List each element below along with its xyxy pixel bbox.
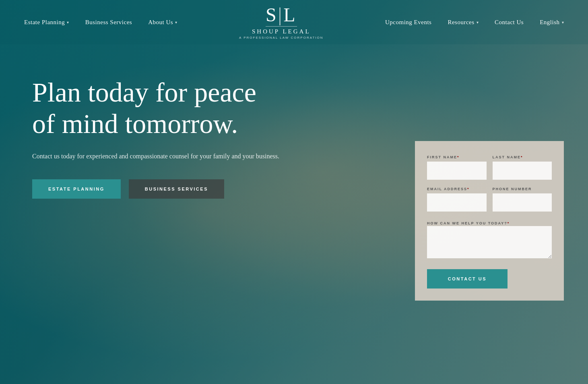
nav-left: Estate Planning ▾ Business Services Abou… — [24, 19, 177, 26]
last-name-label: LAST NAME* — [493, 155, 552, 159]
business-services-button[interactable]: BUSINESS SERVICES — [129, 179, 224, 199]
first-name-input[interactable] — [427, 162, 487, 180]
message-label: HOW CAN WE HELP YOU TODAY?* — [427, 221, 510, 225]
hero-subtext: Contact us today for experienced and com… — [32, 152, 282, 161]
last-name-input[interactable] — [493, 162, 552, 180]
message-textarea[interactable] — [427, 226, 552, 258]
required-marker: * — [521, 155, 523, 159]
form-group-message: HOW CAN WE HELP YOU TODAY?* — [427, 219, 552, 260]
contact-form: FIRST NAME* LAST NAME* EMAIL ADDRESS* — [427, 155, 552, 289]
phone-input[interactable] — [493, 193, 552, 212]
site-logo[interactable]: S|L SHOUP LEGAL A PROFESSIONAL LAW CORPO… — [239, 5, 324, 39]
form-group-last-name: LAST NAME* — [493, 155, 552, 180]
navbar: Estate Planning ▾ Business Services Abou… — [0, 0, 588, 44]
logo-monogram: S|L — [266, 5, 297, 27]
contact-submit-button[interactable]: CONTACT US — [427, 269, 508, 289]
nav-item-estate-planning[interactable]: Estate Planning ▾ — [24, 19, 69, 26]
phone-label: PHONE NUMBER — [493, 187, 552, 191]
nav-right: Upcoming Events Resources ▾ Contact Us E… — [385, 19, 564, 26]
form-row-contact: EMAIL ADDRESS* PHONE NUMBER — [427, 187, 552, 212]
chevron-down-icon: ▾ — [175, 20, 177, 25]
email-input[interactable] — [427, 193, 487, 212]
chevron-down-icon: ▾ — [67, 20, 69, 25]
contact-form-panel: FIRST NAME* LAST NAME* EMAIL ADDRESS* — [415, 141, 564, 301]
form-group-phone: PHONE NUMBER — [493, 187, 552, 212]
hero-headline: Plan today for peace of mind tomorrow. — [32, 77, 282, 139]
email-label: EMAIL ADDRESS* — [427, 187, 487, 191]
form-row-name: FIRST NAME* LAST NAME* — [427, 155, 552, 180]
estate-planning-button[interactable]: ESTATE PLANNING — [32, 179, 121, 199]
required-marker: * — [467, 187, 470, 191]
nav-item-about-us[interactable]: About Us ▾ — [148, 19, 177, 26]
chevron-down-icon: ▾ — [477, 20, 479, 25]
first-name-label: FIRST NAME* — [427, 155, 487, 159]
form-group-first-name: FIRST NAME* — [427, 155, 487, 180]
form-group-email: EMAIL ADDRESS* — [427, 187, 487, 212]
required-marker: * — [457, 155, 460, 159]
nav-item-language[interactable]: English ▾ — [540, 19, 564, 26]
nav-item-contact-us[interactable]: Contact Us — [495, 19, 524, 26]
nav-item-resources[interactable]: Resources ▾ — [448, 19, 479, 26]
chevron-down-icon: ▾ — [562, 20, 564, 25]
logo-name: SHOUP LEGAL — [252, 28, 311, 35]
required-marker: * — [508, 221, 510, 225]
logo-tagline: A PROFESSIONAL LAW CORPORATION — [239, 36, 324, 39]
nav-item-business-services[interactable]: Business Services — [85, 19, 132, 26]
nav-item-upcoming-events[interactable]: Upcoming Events — [385, 19, 431, 26]
